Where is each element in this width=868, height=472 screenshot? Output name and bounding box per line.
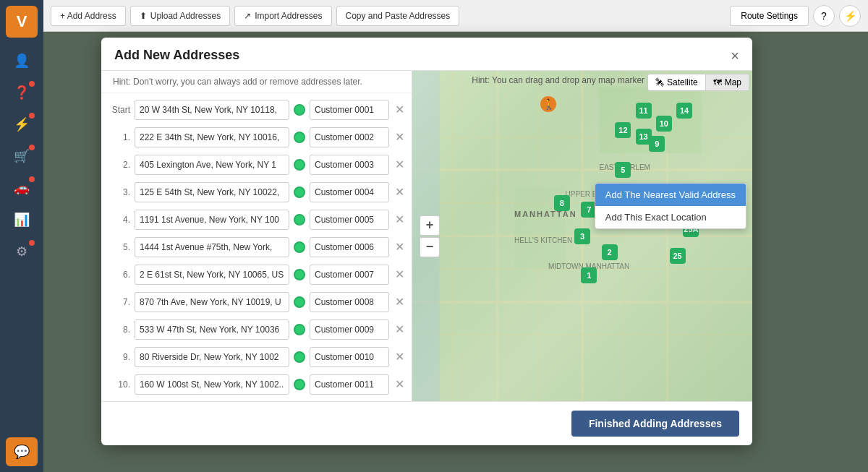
address-input[interactable] — [135, 100, 289, 120]
add-nearest-address-item[interactable]: Add The Nearest Valid Address — [595, 184, 746, 206]
sidebar-item-settings[interactable]: ⚙ — [6, 237, 38, 266]
color-dot[interactable] — [294, 132, 305, 143]
address-input[interactable] — [135, 347, 289, 367]
help-button[interactable]: ? — [813, 5, 835, 27]
map-marker[interactable]: 9 — [649, 136, 665, 152]
color-dot[interactable] — [294, 104, 305, 116]
remove-address-button[interactable]: ✕ — [393, 186, 406, 198]
sidebar-item-cart[interactable]: 🛒 — [6, 142, 38, 171]
map-icon: 🗺 — [713, 77, 722, 87]
map-marker[interactable]: 12 — [615, 122, 631, 138]
color-dot[interactable] — [294, 159, 305, 171]
address-list: Start ✕ 1. ✕ 2. ✕ 3. ✕ 4. ✕ 5. ✕ 6. — [101, 93, 412, 401]
sidebar-item-route[interactable]: ⚡ — [6, 110, 38, 139]
customer-name-input[interactable] — [310, 319, 389, 340]
sidebar-item-vehicle[interactable]: 🚗 — [6, 173, 38, 202]
app-logo[interactable]: V — [6, 6, 38, 38]
remove-address-button[interactable]: ✕ — [393, 104, 406, 116]
customer-name-input[interactable] — [310, 374, 389, 395]
map-marker[interactable]: 1 — [581, 267, 597, 283]
question-icon: ? — [821, 10, 827, 22]
customer-name-input[interactable] — [310, 347, 389, 367]
color-dot[interactable] — [294, 379, 305, 390]
modal-close-button[interactable]: × — [731, 48, 739, 63]
sidebar-item-help[interactable]: ❓ — [6, 78, 38, 107]
add-address-button[interactable]: + Add Address — [51, 6, 126, 26]
address-input[interactable] — [135, 182, 289, 202]
map-marker[interactable]: 14 — [676, 103, 692, 119]
analytics-icon: 📊 — [14, 212, 30, 228]
sidebar-item-users[interactable]: 👤 — [6, 46, 38, 75]
copy-paste-button[interactable]: Copy and Paste Addresses — [336, 6, 460, 26]
upload-addresses-button[interactable]: ⬆ Upload Addresses — [130, 6, 230, 26]
customer-name-input[interactable] — [310, 182, 389, 202]
address-input[interactable] — [135, 127, 289, 147]
map-marker[interactable]: 13 — [636, 129, 652, 145]
sidebar-item-analytics[interactable]: 📊 — [6, 205, 38, 234]
remove-address-button[interactable]: ✕ — [393, 351, 406, 363]
map-marker[interactable]: 8 — [554, 195, 570, 211]
customer-name-input[interactable] — [310, 100, 389, 120]
map-panel[interactable]: Hint: You can drag and drop any map mark… — [412, 71, 752, 401]
map-marker[interactable]: 2 — [602, 244, 618, 260]
row-number: 7. — [110, 297, 130, 307]
remove-address-button[interactable]: ✕ — [393, 296, 406, 308]
row-number: Start — [110, 105, 130, 115]
address-row: 7. ✕ — [101, 288, 412, 316]
map-marker[interactable]: 11 — [636, 103, 652, 119]
start-marker[interactable]: 🚶 — [540, 96, 556, 112]
remove-address-button[interactable]: ✕ — [393, 379, 406, 390]
remove-address-button[interactable]: ✕ — [393, 159, 406, 171]
zoom-out-button[interactable]: − — [420, 237, 440, 257]
address-input[interactable] — [135, 319, 289, 340]
color-dot[interactable] — [294, 241, 305, 253]
help-badge — [29, 81, 35, 87]
row-number: 1. — [110, 132, 130, 142]
map-marker[interactable]: 3 — [574, 228, 590, 244]
color-dot[interactable] — [294, 186, 305, 198]
map-tab[interactable]: 🗺 Map — [706, 74, 749, 90]
color-dot[interactable] — [294, 351, 305, 363]
import-addresses-button[interactable]: ↗ Import Addresses — [234, 6, 331, 26]
address-input[interactable] — [135, 155, 289, 175]
remove-address-button[interactable]: ✕ — [393, 269, 406, 280]
address-row: 6. ✕ — [101, 261, 412, 288]
address-input[interactable] — [135, 292, 289, 312]
customer-name-input[interactable] — [310, 265, 389, 285]
satellite-tab[interactable]: 🛰 Satellite — [648, 74, 706, 90]
customer-name-input[interactable] — [310, 127, 389, 147]
remove-address-button[interactable]: ✕ — [393, 214, 406, 226]
zoom-in-button[interactable]: + — [420, 215, 440, 236]
color-dot[interactable] — [294, 214, 305, 226]
address-input[interactable] — [135, 210, 289, 230]
toolbar-right: Route Settings ? ⚡ — [730, 5, 861, 27]
map-marker[interactable]: 10 — [656, 116, 672, 132]
color-dot[interactable] — [294, 324, 305, 335]
map-marker[interactable]: 5 — [615, 162, 631, 178]
address-row: 9. ✕ — [101, 343, 412, 371]
chat-button[interactable]: 💬 — [6, 437, 38, 466]
address-input[interactable] — [135, 374, 289, 395]
address-input[interactable] — [135, 237, 289, 257]
route-settings-button[interactable]: Route Settings — [730, 6, 809, 26]
color-dot[interactable] — [294, 269, 305, 280]
remove-address-button[interactable]: ✕ — [393, 132, 406, 143]
lightning-button[interactable]: ⚡ — [839, 5, 861, 27]
customer-name-input[interactable] — [310, 292, 389, 312]
map-image[interactable]: MANHATTAN EAST HARLEM HELL'S KITCHEN MID… — [412, 71, 752, 401]
finish-adding-button[interactable]: Finished Adding Addresses — [571, 411, 739, 437]
address-input[interactable] — [135, 265, 289, 285]
import-addresses-label: Import Addresses — [255, 11, 322, 21]
color-dot[interactable] — [294, 296, 305, 308]
customer-name-input[interactable] — [310, 155, 389, 175]
add-exact-location-item[interactable]: Add This Exact Location — [595, 206, 746, 228]
map-marker[interactable]: 25 — [670, 248, 686, 264]
row-number: 6. — [110, 270, 130, 280]
modal-header: Add New Addresses × — [101, 38, 752, 71]
customer-name-input[interactable] — [310, 210, 389, 230]
vehicle-icon: 🚗 — [14, 180, 30, 196]
remove-address-button[interactable]: ✕ — [393, 324, 406, 335]
upload-addresses-label: Upload Addresses — [150, 11, 221, 21]
customer-name-input[interactable] — [310, 237, 389, 257]
remove-address-button[interactable]: ✕ — [393, 241, 406, 253]
